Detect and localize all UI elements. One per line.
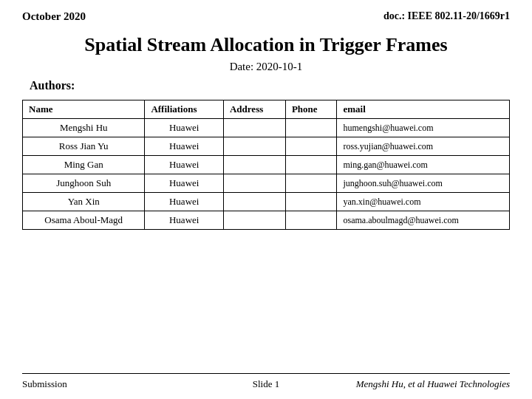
header-doc: doc.: IEEE 802.11-20/1669r1 — [383, 10, 510, 22]
authors-table: Name Affiliations Address Phone email Me… — [22, 100, 510, 230]
header: October 2020 doc.: IEEE 802.11-20/1669r1 — [22, 10, 510, 23]
footer-credit: Mengshi Hu, et al Huawei Technologies — [347, 378, 510, 390]
table-row: Ming GanHuaweiming.gan@huawei.com — [23, 156, 510, 174]
col-phone: Phone — [285, 100, 337, 119]
table-row: Mengshi HuHuaweihumengshi@huawei.com — [23, 119, 510, 137]
footer-submission: Submission — [22, 378, 185, 390]
header-date: October 2020 — [22, 10, 86, 23]
col-email: email — [337, 100, 510, 119]
table-row: Ross Jian YuHuaweiross.yujian@huawei.com — [23, 137, 510, 156]
table-row: Junghoon SuhHuaweijunghoon.suh@huawei.co… — [23, 174, 510, 193]
table-row: Osama Aboul-MagdHuaweiosama.aboulmagd@hu… — [23, 211, 510, 230]
date-label: Date: 2020-10-1 — [22, 61, 510, 73]
col-name: Name — [23, 100, 145, 119]
footer: Submission Slide 1 Mengshi Hu, et al Hua… — [22, 373, 510, 390]
table-row: Yan XinHuaweiyan.xin@huawei.com — [23, 193, 510, 211]
page-title: Spatial Stream Allocation in Trigger Fra… — [22, 33, 510, 56]
authors-label: Authors: — [30, 79, 510, 92]
col-address: Address — [223, 100, 285, 119]
col-affiliations: Affiliations — [145, 100, 224, 119]
page: October 2020 doc.: IEEE 802.11-20/1669r1… — [0, 0, 532, 399]
footer-slide: Slide 1 — [185, 378, 347, 390]
